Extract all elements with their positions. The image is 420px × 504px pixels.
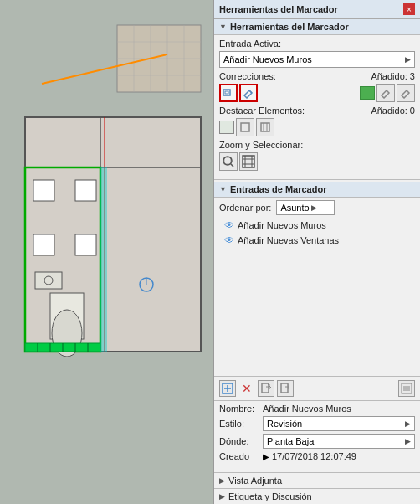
svg-rect-18 [33, 234, 54, 255]
panel-title-bar: Herramientas del Marcador × [214, 0, 420, 19]
svg-rect-19 [75, 234, 96, 255]
correcciones-label-row: Correcciones: Añadido: 3 [219, 71, 415, 81]
destacar-toolbar [219, 118, 415, 136]
destacar-label: Destacar Elementos: [219, 105, 371, 116]
section1-arrow: ▼ [219, 23, 227, 31]
svg-rect-40 [224, 157, 231, 164]
nombre-label: Nombre: [219, 404, 263, 414]
destacar-added: Añadido: 0 [371, 105, 415, 116]
canvas-area [0, 0, 213, 504]
details-delete-btn[interactable]: ✕ [238, 380, 255, 397]
estilo-row: Estilo: Revisión ▶ [219, 416, 415, 431]
order-row: Ordenar por: Asunto ▶ [214, 198, 420, 218]
donde-label: Dónde: [219, 436, 263, 446]
destacar-tool1[interactable] [236, 118, 254, 136]
destacar-label-row: Destacar Elementos: Añadido: 0 [219, 105, 415, 116]
nombre-row: Nombre: Añadir Nuevos Muros [219, 404, 415, 414]
entry-label-2: Añadir Nuevas Ventanas [238, 235, 339, 245]
entrada-input-row[interactable]: Añadir Nuevos Muros ▶ [219, 51, 415, 68]
svg-line-41 [231, 164, 233, 167]
svg-point-39 [223, 157, 232, 165]
correction-edit-btn[interactable] [239, 84, 258, 102]
zoom-tool2[interactable] [239, 152, 258, 171]
divider1 [214, 179, 420, 180]
panel-title: Herramientas del Marcador [219, 4, 338, 14]
entry-item-1[interactable]: 👁 Añadir Nuevos Muros [214, 218, 420, 233]
vista-arrow: ▶ [219, 476, 225, 485]
right-panel: Herramientas del Marcador × ▼ Herramient… [213, 0, 420, 504]
donde-arrow: ▶ [405, 437, 411, 445]
vista-adjunta-row[interactable]: ▶ Vista Adjunta [214, 472, 420, 488]
correction-draw-btn[interactable] [219, 84, 238, 102]
zoom-tool1[interactable] [219, 152, 238, 171]
close-button[interactable]: × [403, 3, 415, 15]
correction-tool4[interactable] [397, 84, 415, 102]
entries-header: ▼ Entradas de Marcador [214, 182, 420, 198]
entrada-dropdown-arrow: ▶ [405, 55, 411, 64]
svg-rect-20 [35, 272, 62, 289]
eye-icon-1: 👁 [224, 219, 234, 231]
correcciones-added: Añadido: 3 [371, 71, 415, 81]
section2-arrow: ▼ [219, 185, 227, 193]
date-icon: ▶ [263, 452, 269, 461]
section1-content: Entrada Activa: Añadir Nuevos Muros ▶ Co… [214, 35, 420, 177]
svg-rect-50 [262, 383, 269, 393]
destacar-indicator [219, 121, 234, 134]
svg-rect-16 [33, 180, 54, 201]
entries-section: ▼ Entradas de Marcador Ordenar por: Asun… [214, 182, 420, 248]
section1-title: Herramientas del Marcador [230, 22, 349, 32]
details-import-btn[interactable] [277, 380, 294, 397]
entrada-value: Añadir Nuevos Muros [223, 54, 312, 64]
estilo-value: Revisión [267, 419, 302, 429]
correcciones-label: Correcciones: [219, 71, 371, 81]
zoom-label: Zoom y Seleccionar: [219, 140, 415, 150]
order-label: Ordenar por: [219, 203, 271, 213]
svg-line-34 [249, 90, 252, 93]
donde-dropdown[interactable]: Planta Baja ▶ [263, 434, 415, 449]
zoom-label-row: Zoom y Seleccionar: [219, 140, 415, 150]
vista-label: Vista Adjunta [228, 476, 282, 486]
details-menu-btn[interactable] [398, 380, 415, 397]
zoom-toolbar [219, 152, 415, 171]
details-section: ✕ Nombre: Añadir Nuevos Muros Estilo: Re… [214, 376, 420, 504]
etiqueta-arrow: ▶ [219, 492, 225, 501]
svg-rect-32 [223, 90, 230, 95]
correcciones-btn-group [219, 84, 258, 102]
estilo-arrow: ▶ [405, 419, 411, 428]
svg-rect-54 [281, 383, 288, 393]
details-add-btn[interactable] [219, 380, 236, 397]
correction-green-indicator [360, 86, 375, 100]
order-dropdown[interactable]: Asunto ▶ [276, 200, 335, 215]
donde-row: Dónde: Planta Baja ▶ [219, 434, 415, 449]
correction-tool3[interactable] [376, 84, 395, 102]
svg-rect-35 [241, 123, 249, 131]
order-dropdown-arrow: ▶ [311, 203, 317, 212]
eye-icon-2: 👁 [224, 234, 234, 246]
etiqueta-discusion-row[interactable]: ▶ Etiqueta y Discusión [214, 488, 420, 504]
creado-label: Creado [219, 451, 263, 461]
entrada-label-row: Entrada Activa: [219, 39, 415, 49]
section2-title: Entradas de Marcador [230, 184, 327, 194]
entrada-label: Entrada Activa: [219, 39, 415, 49]
creado-row: Creado ▶ 17/07/2018 12:07:49 [219, 451, 415, 461]
svg-rect-33 [225, 91, 228, 94]
correcciones-toolbar [219, 84, 415, 102]
svg-rect-31 [100, 167, 107, 352]
marker-tools-section: ▼ Herramientas del Marcador Entrada Acti… [214, 19, 420, 177]
destacar-tool2[interactable] [256, 118, 274, 136]
creado-value: 17/07/2018 12:07:49 [272, 451, 356, 461]
svg-rect-42 [243, 156, 254, 167]
detail-rows: Nombre: Añadir Nuevos Muros Estilo: Revi… [214, 401, 420, 472]
entrada-dropdown[interactable]: Añadir Nuevos Muros ▶ [219, 51, 415, 68]
entry-label-1: Añadir Nuevos Muros [238, 220, 326, 230]
entry-item-2[interactable]: 👁 Añadir Nuevas Ventanas [214, 233, 420, 248]
donde-value: Planta Baja [267, 436, 314, 446]
nombre-value: Añadir Nuevos Muros [263, 404, 415, 414]
details-export-btn[interactable] [258, 380, 274, 397]
details-toolbar: ✕ [214, 376, 420, 401]
marker-tools-header: ▼ Herramientas del Marcador [214, 19, 420, 35]
estilo-label: Estilo: [219, 419, 263, 429]
svg-rect-36 [261, 123, 269, 131]
svg-rect-17 [75, 180, 96, 201]
estilo-dropdown[interactable]: Revisión ▶ [263, 416, 415, 431]
